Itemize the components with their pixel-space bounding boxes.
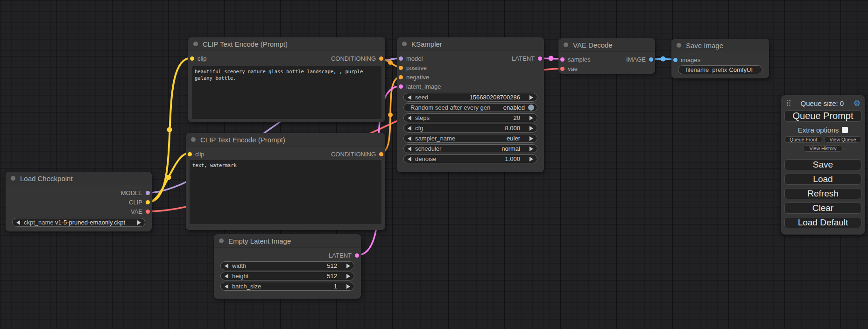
decrement-arrow-icon[interactable]: [408, 116, 411, 120]
extra-options-checkbox[interactable]: [842, 127, 848, 133]
increment-arrow-icon[interactable]: [529, 136, 533, 141]
node-graph-canvas[interactable]: Load Checkpoint MODEL CLIP VAE ckpt_name…: [0, 0, 868, 329]
decrement-arrow-icon[interactable]: [225, 284, 228, 289]
steps-stepper[interactable]: steps 20: [403, 113, 537, 122]
increment-arrow-icon[interactable]: [137, 220, 141, 225]
queue-prompt-button[interactable]: Queue Prompt: [784, 110, 861, 122]
queue-control-panel[interactable]: Queue size: 0 ⚙ Queue Prompt Extra optio…: [781, 95, 865, 235]
input-slot-dot-positive[interactable]: [399, 66, 403, 70]
input-slot-dot-vae[interactable]: [560, 67, 565, 71]
decrement-arrow-icon[interactable]: [225, 274, 228, 279]
input-slot-dot-clip[interactable]: [188, 152, 192, 156]
input-slot-dot-model[interactable]: [399, 56, 403, 61]
node-collapse-dot-icon[interactable]: [677, 43, 681, 48]
link-midpoint-dot[interactable]: [661, 56, 666, 62]
filename-prefix-field[interactable]: filename_prefix ComfyUI: [678, 65, 762, 74]
decrement-arrow-icon[interactable]: [408, 147, 411, 151]
output-slot-dot-latent[interactable]: [355, 253, 359, 258]
node-title-bar[interactable]: KSampler: [397, 37, 544, 51]
scheduler-combo[interactable]: scheduler normal: [403, 144, 537, 153]
save-button[interactable]: Save: [784, 159, 861, 170]
node-vae-decode[interactable]: VAE Decode samples IMAGE vae: [558, 38, 655, 74]
batch-size-stepper[interactable]: batch_size 1: [220, 282, 354, 291]
output-label: LATENT: [512, 55, 535, 62]
node-load-checkpoint[interactable]: Load Checkpoint MODEL CLIP VAE ckpt_name…: [6, 172, 152, 231]
node-collapse-dot-icon[interactable]: [11, 176, 15, 181]
load-button[interactable]: Load: [784, 174, 861, 185]
toggle-on-icon[interactable]: [528, 105, 534, 111]
prompt-textarea[interactable]: beautiful scenery nature glass bottle la…: [192, 66, 381, 119]
output-label: CONDITIONING: [331, 55, 376, 62]
node-collapse-dot-icon[interactable]: [193, 42, 198, 46]
refresh-button[interactable]: Refresh: [784, 188, 861, 199]
output-slot-dot-latent[interactable]: [538, 56, 542, 61]
node-clip-text-encode-negative[interactable]: CLIP Text Encode (Prompt) clip CONDITION…: [186, 133, 385, 230]
increment-arrow-icon[interactable]: [346, 284, 350, 289]
node-empty-latent-image[interactable]: Empty Latent Image LATENT width 512 heig…: [214, 234, 361, 299]
output-slot-dot-conditioning[interactable]: [379, 152, 383, 156]
output-slot-dot-conditioning[interactable]: [379, 56, 383, 61]
width-stepper[interactable]: width 512: [220, 261, 354, 270]
decrement-arrow-icon[interactable]: [408, 136, 411, 141]
input-label: samples: [568, 56, 590, 63]
output-slot-dot-model[interactable]: [146, 191, 150, 195]
node-collapse-dot-icon[interactable]: [564, 42, 568, 47]
cfg-stepper[interactable]: cfg 8.000: [403, 124, 537, 133]
input-slot-dot-samples[interactable]: [560, 57, 565, 62]
load-default-button[interactable]: Load Default: [784, 217, 861, 228]
node-save-image[interactable]: Save Image images filename_prefix ComfyU…: [671, 39, 769, 78]
increment-arrow-icon[interactable]: [529, 157, 533, 161]
link-midpoint-dot[interactable]: [388, 112, 393, 117]
node-title-bar[interactable]: CLIP Text Encode (Prompt): [186, 133, 385, 147]
node-collapse-dot-icon[interactable]: [191, 137, 196, 142]
node-collapse-dot-icon[interactable]: [402, 42, 407, 46]
node-title-bar[interactable]: CLIP Text Encode (Prompt): [188, 37, 385, 51]
link-midpoint-dot[interactable]: [549, 56, 554, 61]
prompt-textarea[interactable]: text, watermark: [190, 160, 381, 224]
link-midpoint-dot[interactable]: [166, 175, 171, 180]
widget-value: 8.000: [505, 125, 520, 132]
node-clip-text-encode-positive[interactable]: CLIP Text Encode (Prompt) clip CONDITION…: [188, 37, 385, 122]
random-seed-toggle[interactable]: Random seed after every gen enabled: [403, 103, 537, 112]
decrement-arrow-icon[interactable]: [225, 264, 228, 268]
link-midpoint-dot[interactable]: [167, 127, 172, 133]
ckpt-name-combo[interactable]: ckpt_name v1-5-pruned-emaonly.ckpt: [12, 218, 145, 227]
decrement-arrow-icon[interactable]: [16, 220, 20, 225]
widget-label: width: [232, 262, 246, 269]
input-slot-dot-images[interactable]: [673, 58, 677, 62]
node-collapse-dot-icon[interactable]: [219, 238, 224, 243]
increment-arrow-icon[interactable]: [529, 116, 533, 120]
sampler-name-combo[interactable]: sampler_name euler: [403, 134, 537, 143]
node-title-bar[interactable]: Load Checkpoint: [6, 172, 152, 185]
node-title-bar[interactable]: Save Image: [671, 39, 769, 52]
input-slot-dot-clip[interactable]: [190, 56, 194, 61]
decrement-arrow-icon[interactable]: [408, 95, 411, 100]
node-title: CLIP Text Encode (Prompt): [200, 136, 285, 144]
view-history-button[interactable]: View History: [803, 145, 842, 152]
increment-arrow-icon[interactable]: [529, 126, 533, 131]
settings-gear-icon[interactable]: ⚙: [854, 99, 861, 107]
input-slot-dot-latent-image[interactable]: [399, 84, 403, 89]
increment-arrow-icon[interactable]: [346, 264, 350, 268]
decrement-arrow-icon[interactable]: [408, 157, 411, 161]
output-slot-dot-image[interactable]: [649, 57, 653, 62]
output-slot-dot-vae[interactable]: [146, 210, 150, 214]
output-label: VAE: [131, 208, 142, 215]
link-midpoint-dot[interactable]: [388, 60, 393, 65]
view-queue-button[interactable]: View Queue: [824, 136, 861, 143]
node-ksampler[interactable]: KSampler model LATENT positive negative …: [397, 37, 544, 172]
height-stepper[interactable]: height 512: [220, 272, 354, 280]
queue-front-button[interactable]: Queue Front: [784, 136, 822, 143]
denoise-stepper[interactable]: denoise 1.000: [403, 154, 537, 163]
output-slot-dot-clip[interactable]: [146, 200, 150, 204]
node-title-bar[interactable]: VAE Decode: [558, 38, 655, 52]
drag-handle-icon[interactable]: [786, 99, 791, 107]
node-title-bar[interactable]: Empty Latent Image: [214, 234, 361, 248]
seed-stepper[interactable]: seed 156680208700286: [403, 93, 537, 102]
clear-button[interactable]: Clear: [784, 203, 861, 214]
increment-arrow-icon[interactable]: [529, 147, 533, 151]
increment-arrow-icon[interactable]: [529, 95, 533, 100]
increment-arrow-icon[interactable]: [346, 274, 350, 279]
input-slot-dot-negative[interactable]: [399, 75, 403, 79]
decrement-arrow-icon[interactable]: [408, 126, 411, 131]
